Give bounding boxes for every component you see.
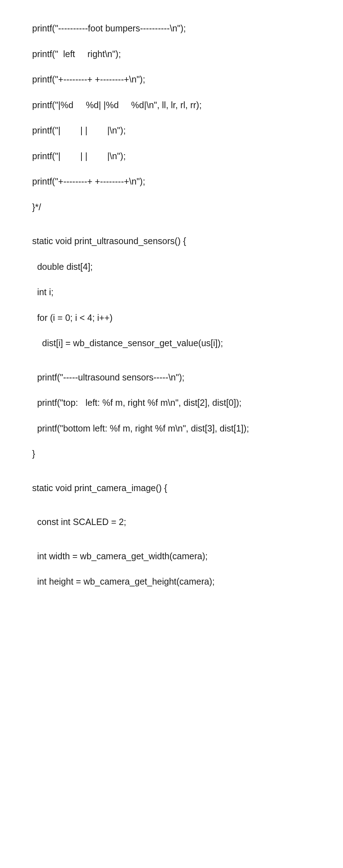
code-line [32, 360, 311, 369]
document-page: printf("----------foot bumpers----------… [0, 0, 343, 612]
code-line [32, 224, 311, 233]
code-line: }*/ [32, 199, 311, 216]
code-line [32, 216, 311, 224]
code-line [32, 62, 311, 71]
code-line: printf("+--------+ +--------+\n"); [32, 71, 311, 88]
code-line [32, 113, 311, 122]
code-line: double dist[4]; [32, 258, 311, 276]
code-line: printf("+--------+ +--------+\n"); [32, 173, 311, 190]
code-line [32, 37, 311, 46]
code-line [32, 190, 311, 199]
code-line: printf("| | | |\n"); [32, 122, 311, 139]
code-line: printf("| | | |\n"); [32, 148, 311, 165]
code-line: int height = wb_camera_get_height(camera… [32, 573, 311, 590]
code-line [32, 412, 311, 420]
code-line [32, 386, 311, 394]
code-block: printf("----------foot bumpers----------… [32, 20, 311, 590]
code-line [32, 139, 311, 148]
code-line [32, 250, 311, 258]
code-line [32, 326, 311, 335]
code-line [32, 505, 311, 514]
code-line [32, 352, 311, 360]
code-line: printf("bottom left: %f m, right %f m\n"… [32, 420, 311, 437]
code-line: } [32, 445, 311, 463]
code-line [32, 471, 311, 480]
code-line [32, 531, 311, 539]
code-line [32, 88, 311, 97]
code-line: int width = wb_camera_get_width(camera); [32, 548, 311, 565]
code-line: int i; [32, 284, 311, 301]
code-line [32, 539, 311, 548]
code-line: const int SCALED = 2; [32, 514, 311, 531]
code-line: for (i = 0; i < 4; i++) [32, 309, 311, 327]
code-line [32, 165, 311, 173]
code-line [32, 565, 311, 573]
code-line: printf(" left right\n"); [32, 46, 311, 63]
code-line: printf("-----ultrasound sensors-----\n")… [32, 369, 311, 386]
code-line [32, 496, 311, 505]
code-line: static void print_camera_image() { [32, 480, 311, 497]
code-line [32, 463, 311, 471]
code-line [32, 437, 311, 445]
code-line [32, 301, 311, 309]
code-line: printf("top: left: %f m, right %f m\n", … [32, 394, 311, 412]
code-line: printf("----------foot bumpers----------… [32, 20, 311, 37]
code-line: printf("|%d %d| |%d %d|\n", ll, lr, rl, … [32, 97, 311, 114]
code-line: static void print_ultrasound_sensors() { [32, 233, 311, 250]
code-line: dist[i] = wb_distance_sensor_get_value(u… [32, 335, 311, 352]
code-line [32, 275, 311, 284]
